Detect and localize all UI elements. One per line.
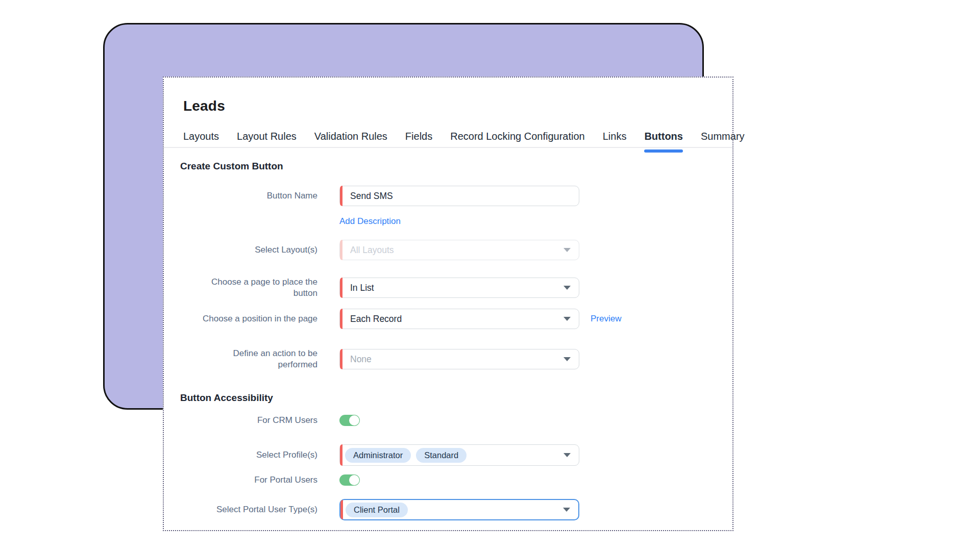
leads-settings-panel: Leads Layouts Layout Rules Validation Ru… <box>163 77 733 531</box>
form-row-portal-users: For Portal Users <box>174 472 360 488</box>
required-marker <box>340 309 342 329</box>
profile-chip[interactable]: Standard <box>416 448 467 463</box>
tab-links[interactable]: Links <box>603 130 627 148</box>
portal-type-chip[interactable]: Client Portal <box>346 503 408 517</box>
create-custom-button-heading: Create Custom Button <box>180 161 283 172</box>
crm-users-label: For CRM Users <box>174 415 317 426</box>
portal-users-toggle[interactable] <box>339 474 360 486</box>
portal-types-dropdown[interactable]: Client Portal <box>339 499 579 520</box>
tab-layouts[interactable]: Layouts <box>183 130 219 148</box>
chevron-down-icon <box>563 508 570 512</box>
form-row-crm-users: For CRM Users <box>174 413 360 428</box>
portal-type-chip-set: Client Portal <box>346 503 408 517</box>
tab-divider <box>164 147 732 148</box>
tab-record-locking-configuration[interactable]: Record Locking Configuration <box>450 130 585 148</box>
form-row-select-layouts: Select Layout(s) All Layouts <box>174 240 579 260</box>
tab-layout-rules[interactable]: Layout Rules <box>237 130 297 148</box>
toggle-knob <box>349 475 359 485</box>
tab-validation-rules[interactable]: Validation Rules <box>314 130 387 148</box>
select-layouts-dropdown: All Layouts <box>339 240 579 260</box>
add-description-link[interactable]: Add Description <box>339 216 401 227</box>
button-name-input[interactable]: Send SMS <box>339 186 579 206</box>
profiles-dropdown[interactable]: Administrator Standard <box>339 444 579 466</box>
page-placement-label: Choose a page to place the button <box>174 277 317 299</box>
required-marker <box>340 500 343 519</box>
crm-users-toggle[interactable] <box>339 415 360 426</box>
preview-link[interactable]: Preview <box>591 314 621 324</box>
portal-types-label: Select Portal User Type(s) <box>174 504 317 515</box>
action-label: Define an action to be performed <box>174 348 317 370</box>
tab-summary[interactable]: Summary <box>701 130 745 148</box>
profile-chip[interactable]: Administrator <box>345 448 411 463</box>
form-row-profiles: Select Profile(s) Administrator Standard <box>174 444 579 466</box>
page-placement-value: In List <box>350 283 374 293</box>
required-marker <box>340 278 342 298</box>
form-row-page-placement: Choose a page to place the button In Lis… <box>174 277 579 299</box>
page-title: Leads <box>183 98 225 114</box>
chevron-down-icon <box>564 317 571 321</box>
button-name-value: Send SMS <box>350 191 393 202</box>
profile-chip-set: Administrator Standard <box>345 448 467 463</box>
page-position-dropdown[interactable]: Each Record <box>339 309 579 329</box>
required-marker <box>340 240 342 260</box>
select-layouts-value: All Layouts <box>350 245 394 256</box>
chevron-down-icon <box>564 453 571 457</box>
toggle-knob <box>349 415 359 425</box>
required-marker <box>340 186 342 206</box>
chevron-down-icon <box>564 286 571 290</box>
form-row-page-position: Choose a position in the page Each Recor… <box>174 309 621 329</box>
form-row-portal-types: Select Portal User Type(s) Client Portal <box>174 499 579 520</box>
button-accessibility-heading: Button Accessibility <box>180 392 273 404</box>
action-placeholder: None <box>350 354 372 365</box>
tab-fields[interactable]: Fields <box>405 130 432 148</box>
required-marker <box>340 349 342 369</box>
chevron-down-icon <box>564 248 571 252</box>
form-row-button-name: Button Name Send SMS <box>174 186 579 206</box>
select-layouts-label: Select Layout(s) <box>174 244 317 256</box>
page-position-value: Each Record <box>350 314 402 324</box>
button-name-label: Button Name <box>174 190 317 202</box>
screen: Leads Layouts Layout Rules Validation Ru… <box>0 0 980 551</box>
tab-buttons[interactable]: Buttons <box>644 130 683 148</box>
page-placement-dropdown[interactable]: In List <box>339 278 579 298</box>
page-position-label: Choose a position in the page <box>174 313 317 324</box>
portal-users-label: For Portal Users <box>174 474 317 486</box>
form-row-add-description: Add Description <box>174 216 401 227</box>
form-row-action: Define an action to be performed None <box>174 348 579 370</box>
chevron-down-icon <box>564 357 571 361</box>
tab-bar: Layouts Layout Rules Validation Rules Fi… <box>183 130 745 148</box>
required-marker <box>340 444 342 466</box>
profiles-label: Select Profile(s) <box>174 449 317 461</box>
action-dropdown[interactable]: None <box>339 349 579 369</box>
